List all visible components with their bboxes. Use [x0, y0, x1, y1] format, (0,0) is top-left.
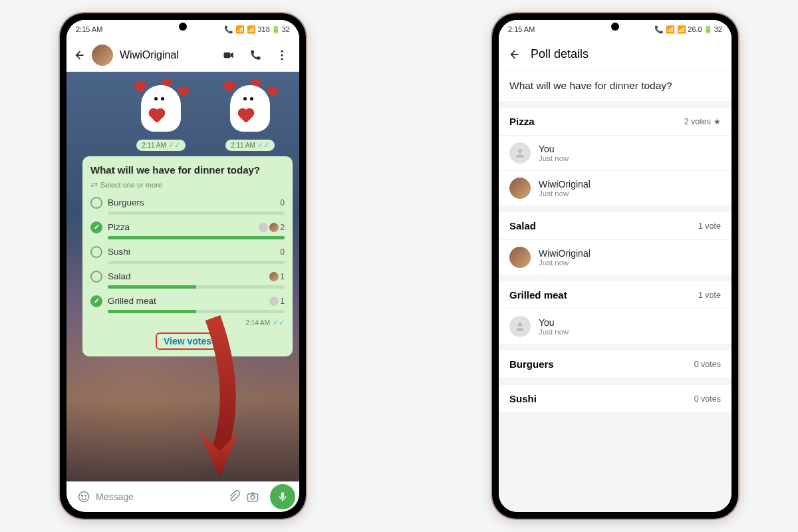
- voter-time: Just now: [539, 190, 591, 198]
- voter-avatar: [509, 316, 531, 337]
- voter-avatar: [269, 223, 279, 232]
- message-time: 2:11 AM✓✓: [136, 140, 186, 151]
- poll-option-label: Sushi: [108, 247, 275, 257]
- sticker-row: 2:11 AM✓✓ 2:11 AM✓✓: [70, 76, 295, 151]
- poll-detail-header: Grilled meat1 vote: [499, 281, 732, 309]
- option-votes: 2 votes ★: [684, 117, 721, 126]
- videocall-icon[interactable]: [222, 49, 235, 62]
- poll-hint: ⮂Select one or more: [90, 181, 285, 189]
- poll-detail-header: Pizza2 votes ★: [499, 108, 732, 136]
- voter-time: Just now: [539, 154, 569, 162]
- status-time: 2:15 AM: [508, 25, 535, 33]
- svg-point-11: [518, 323, 522, 327]
- poll-detail-header: Burguers0 votes: [499, 350, 732, 378]
- svg-rect-9: [281, 492, 285, 498]
- chat-area: 2:11 AM✓✓ 2:11 AM✓✓ What will we have fo…: [66, 72, 299, 481]
- contact-name[interactable]: WiwiOriginal: [120, 49, 215, 61]
- poll-radio[interactable]: [90, 295, 102, 307]
- poll-detail-group: Salad1 voteWiwiOriginalJust now: [499, 212, 732, 275]
- phone-right: 2:15 AM 📞 📶 📶 26.0 🔋32 Poll details What…: [492, 13, 738, 519]
- svg-point-4: [79, 492, 89, 502]
- voter-time: Just now: [539, 259, 591, 267]
- poll-question: What will we have for dinner today?: [90, 164, 285, 177]
- message-input-bar: Message: [66, 481, 299, 512]
- back-icon[interactable]: [507, 48, 520, 61]
- voter-name: You: [539, 144, 569, 154]
- voter-row[interactable]: YouJust now: [499, 309, 732, 344]
- svg-point-6: [85, 495, 86, 497]
- mic-button[interactable]: [270, 484, 295, 509]
- screen-left: 2:15 AM 📞 📶 📶 318 🔋32 WiwiOriginal 2:11 …: [66, 20, 299, 512]
- voter-name: WiwiOriginal: [539, 248, 591, 259]
- poll-option[interactable]: Grilled meat1: [90, 293, 285, 317]
- details-body: What will we have for dinner today? Pizz…: [499, 70, 732, 512]
- poll-option[interactable]: Salad1: [90, 268, 285, 293]
- contact-avatar[interactable]: [92, 45, 113, 66]
- option-votes: 0 votes: [694, 360, 721, 369]
- poll-detail-group: Grilled meat1 voteYouJust now: [499, 281, 732, 344]
- poll-option[interactable]: Pizza2: [90, 219, 285, 243]
- voter-avatar: [269, 272, 279, 281]
- camera-cutout: [179, 23, 187, 31]
- poll-option-count: 1: [269, 272, 285, 281]
- phone-left: 2:15 AM 📞 📶 📶 318 🔋32 WiwiOriginal 2:11 …: [60, 13, 306, 519]
- svg-rect-0: [224, 52, 231, 57]
- poll-detail-header: Salad1 vote: [499, 212, 732, 240]
- option-votes: 1 vote: [698, 221, 721, 231]
- option-name: Burguers: [509, 358, 554, 370]
- poll-bar: [108, 285, 285, 289]
- camera-icon[interactable]: [246, 490, 259, 503]
- poll-timestamp: 2:14 AM✓✓: [90, 319, 285, 327]
- option-name: Pizza: [509, 116, 535, 127]
- poll-detail-group: Burguers0 votes: [499, 350, 732, 378]
- voter-avatar: [509, 142, 531, 164]
- svg-point-3: [281, 58, 283, 60]
- star-icon: ★: [714, 117, 721, 126]
- status-time: 2:15 AM: [76, 25, 102, 33]
- poll-bar: [108, 211, 285, 215]
- sticker[interactable]: 2:11 AM✓✓: [210, 78, 290, 151]
- emoji-icon[interactable]: [77, 490, 90, 503]
- attach-icon[interactable]: [227, 490, 241, 503]
- option-name: Grilled meat: [509, 289, 567, 301]
- screen-right: 2:15 AM 📞 📶 📶 26.0 🔋32 Poll details What…: [499, 20, 732, 512]
- voter-row[interactable]: WiwiOriginalJust now: [499, 171, 732, 205]
- camera-cutout: [611, 23, 619, 31]
- back-icon[interactable]: [72, 49, 85, 62]
- poll-radio[interactable]: [90, 197, 102, 209]
- poll-message: What will we have for dinner today? ⮂Sel…: [82, 156, 293, 356]
- status-icons: 📞 📶 📶 26.0 🔋32: [654, 25, 722, 34]
- poll-option-label: Burguers: [108, 198, 275, 207]
- poll-detail-group: Sushi0 votes: [499, 385, 732, 413]
- svg-point-1: [281, 50, 283, 52]
- message-time: 2:11 AM✓✓: [225, 140, 275, 151]
- voter-row[interactable]: YouJust now: [499, 136, 732, 171]
- poll-bar: [108, 236, 285, 239]
- poll-question: What will we have for dinner today?: [499, 70, 732, 101]
- view-votes-button[interactable]: View votes: [90, 327, 285, 352]
- voter-avatar: [509, 247, 531, 268]
- voter-row[interactable]: WiwiOriginalJust now: [499, 240, 732, 275]
- message-placeholder: Message: [96, 491, 222, 502]
- option-votes: 0 votes: [694, 394, 721, 404]
- more-icon[interactable]: [275, 49, 289, 62]
- poll-option-label: Pizza: [108, 222, 253, 232]
- poll-option-label: Salad: [108, 271, 264, 281]
- poll-bar: [108, 261, 285, 264]
- sticker[interactable]: 2:11 AM✓✓: [121, 78, 201, 151]
- poll-detail-group: Pizza2 votes ★YouJust nowWiwiOriginalJus…: [499, 108, 732, 205]
- poll-bar: [108, 310, 285, 313]
- voter-avatar: [259, 223, 268, 232]
- poll-option-count: 0: [280, 198, 285, 207]
- poll-option-count: 1: [269, 297, 285, 306]
- poll-radio[interactable]: [90, 246, 102, 258]
- poll-radio[interactable]: [90, 271, 102, 283]
- call-icon[interactable]: [249, 49, 262, 62]
- poll-radio[interactable]: [90, 221, 102, 233]
- poll-option[interactable]: Burguers0: [90, 194, 285, 219]
- poll-option[interactable]: Sushi0: [90, 243, 285, 268]
- message-input[interactable]: Message: [70, 484, 266, 509]
- status-icons: 📞 📶 📶 318 🔋32: [224, 25, 290, 34]
- svg-point-10: [518, 149, 522, 153]
- voter-name: You: [539, 317, 569, 328]
